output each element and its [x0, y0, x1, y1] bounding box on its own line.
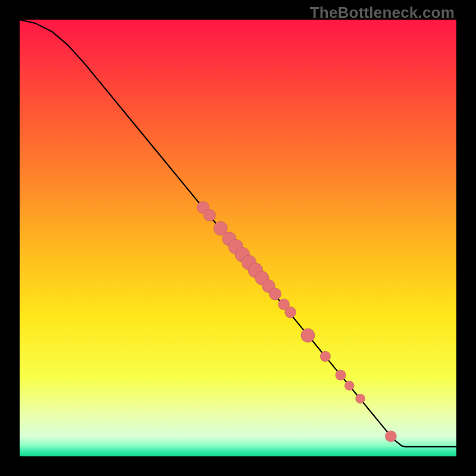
gradient-background: [20, 20, 456, 456]
scatter-point: [385, 431, 396, 442]
scatter-point: [301, 328, 315, 342]
scatter-point: [320, 351, 331, 362]
scatter-point: [269, 288, 281, 300]
scatter-point: [336, 370, 346, 381]
plot-area: [20, 20, 456, 456]
scatter-point: [355, 394, 365, 403]
chart-frame: TheBottleneck.com: [0, 0, 476, 476]
scatter-point: [345, 381, 354, 390]
scatter-point: [203, 209, 216, 222]
scatter-point: [285, 306, 296, 318]
chart-svg: [20, 20, 456, 456]
